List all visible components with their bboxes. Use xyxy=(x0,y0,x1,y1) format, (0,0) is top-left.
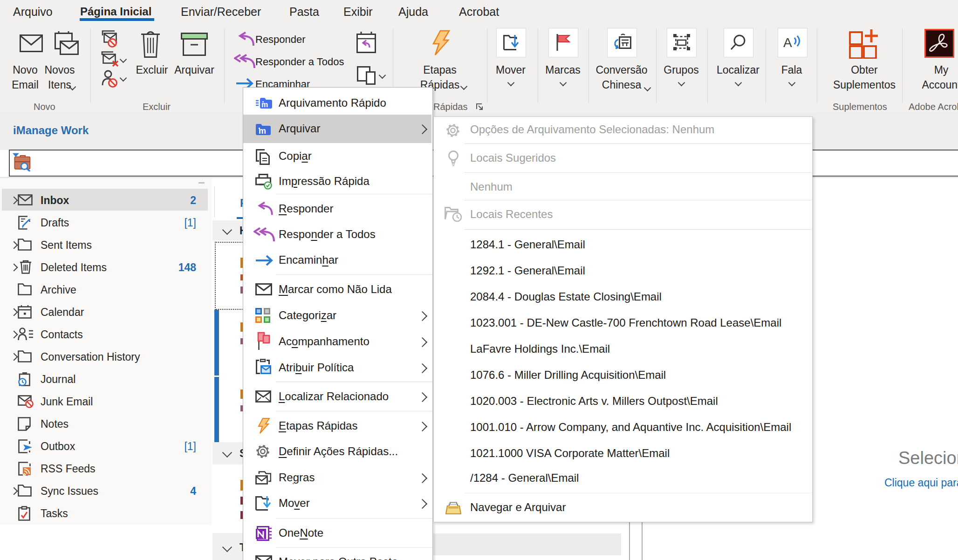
svg-text:m: m xyxy=(261,101,268,109)
svg-text:m: m xyxy=(259,126,266,136)
svg-text:A: A xyxy=(783,35,792,50)
